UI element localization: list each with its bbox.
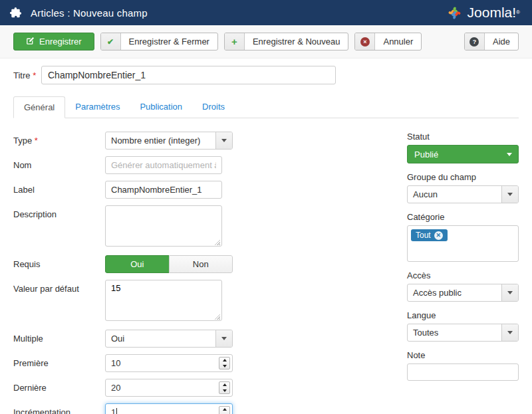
help-button[interactable]: ? Aide [464, 33, 519, 51]
app-header: Articles : Nouveau champ Joomla!® [0, 0, 532, 25]
caret-down-icon[interactable] [215, 132, 232, 149]
incrementation-number-input[interactable]: 1 [105, 403, 233, 414]
acces-select-value: Accès public [408, 284, 501, 301]
field-row-incrementation: Incrémentation 1 [13, 403, 233, 414]
cancel-label: Annuler [375, 33, 421, 50]
cancel-button[interactable]: × Annuler [354, 33, 422, 51]
categorie-multiselect[interactable]: Tout ✕ [407, 225, 519, 262]
field-row-premiere: Première 10 [13, 354, 233, 372]
form-right-column: Statut Publié Groupe du champ Aucun Caté… [407, 132, 519, 381]
caret-up-icon[interactable] [219, 407, 229, 413]
requis-toggle-oui[interactable]: Oui [105, 255, 169, 273]
statut-label: Statut [407, 132, 519, 142]
puzzle-piece-icon [9, 7, 22, 19]
note-label: Note [407, 350, 519, 360]
circle-x-icon[interactable]: ✕ [434, 231, 443, 240]
valeur-defaut-label: Valeur par défaut [13, 280, 105, 294]
field-row-label: Label [13, 181, 233, 199]
number-spinner[interactable] [219, 357, 230, 369]
categorie-label: Catégorie [407, 212, 519, 222]
multiple-label: Multiple [13, 330, 105, 344]
tab-publication[interactable]: Publication [130, 96, 192, 118]
required-asterisk: * [35, 136, 38, 146]
type-select[interactable]: Nombre entier (integer) [105, 132, 233, 150]
caret-up-icon[interactable] [219, 382, 229, 388]
caret-down-icon[interactable] [219, 363, 229, 369]
langue-label: Langue [407, 310, 519, 320]
caret-up-icon[interactable] [219, 358, 229, 363]
groupe-label: Groupe du champ [407, 172, 519, 182]
groupe-select-value: Aucun [408, 186, 501, 203]
title-input[interactable] [41, 66, 336, 84]
incrementation-value: 1 [111, 407, 116, 414]
plus-icon: + [225, 33, 245, 50]
premiere-value: 10 [111, 358, 120, 368]
save-button[interactable]: Enregistrer [13, 33, 94, 51]
toolbar: Enregistrer ✔ Enregistrer & Fermer + Enr… [0, 25, 532, 58]
caret-down-icon[interactable] [501, 324, 518, 341]
note-input[interactable] [407, 363, 519, 381]
logo-text: Joomla! [467, 5, 517, 21]
acces-label: Accès [407, 270, 519, 280]
derniere-number-input[interactable]: 20 [105, 379, 233, 397]
caret-down-icon [507, 153, 512, 156]
tab-bar: Général Paramètres Publication Droits [13, 96, 519, 118]
caret-down-icon[interactable] [501, 186, 518, 203]
label-input[interactable] [105, 181, 222, 199]
description-label: Description [13, 205, 105, 219]
multiple-select-value: Oui [106, 330, 215, 347]
field-row-nom: Nom [13, 156, 233, 174]
field-row-valeur-defaut: Valeur par défaut 15 [13, 280, 233, 323]
field-row-derniere: Dernière 20 [13, 379, 233, 397]
help-label: Aide [485, 33, 518, 50]
page-title: Articles : Nouveau champ [31, 7, 148, 19]
tab-droits[interactable]: Droits [192, 96, 235, 118]
description-textarea[interactable] [105, 205, 222, 247]
save-new-button[interactable]: + Enregistrer & Nouveau [224, 33, 349, 51]
required-asterisk: * [33, 70, 36, 80]
text-cursor [116, 408, 117, 414]
number-spinner[interactable] [219, 381, 230, 394]
tab-general[interactable]: Général [13, 96, 65, 118]
multiple-select[interactable]: Oui [105, 330, 233, 348]
caret-down-icon[interactable] [501, 284, 518, 301]
incrementation-label: Incrémentation [13, 403, 105, 414]
save-new-label: Enregistrer & Nouveau [245, 33, 348, 50]
pencil-square-icon [26, 37, 35, 47]
circle-x-icon: × [355, 33, 375, 50]
statut-select[interactable]: Publié [407, 145, 519, 163]
statut-select-value: Publié [408, 146, 507, 163]
groupe-select[interactable]: Aucun [407, 185, 519, 203]
joomla-logo: Joomla!® [446, 4, 520, 22]
nom-input[interactable] [105, 156, 222, 174]
main-content: Titre * Général Paramètres Publication D… [0, 58, 532, 414]
requis-toggle: Oui Non [105, 255, 233, 273]
caret-down-icon[interactable] [215, 330, 232, 347]
circle-question-icon: ? [465, 33, 485, 50]
title-field-row: Titre * [13, 66, 519, 84]
label-label: Label [13, 181, 105, 195]
caret-down-icon[interactable] [219, 388, 229, 394]
premiere-label: Première [13, 354, 105, 368]
save-close-button[interactable]: ✔ Enregistrer & Fermer [100, 33, 218, 51]
langue-select[interactable]: Toutes [407, 324, 519, 342]
derniere-value: 20 [111, 383, 120, 393]
logo-registered-mark: ® [516, 9, 520, 16]
premiere-number-input[interactable]: 10 [105, 354, 233, 372]
field-row-type: Type * Nombre entier (integer) [13, 132, 233, 150]
number-spinner[interactable] [219, 406, 230, 414]
type-select-value: Nombre entier (integer) [106, 132, 215, 149]
field-row-requis: Requis Oui Non [13, 255, 233, 273]
requis-toggle-non[interactable]: Non [169, 255, 233, 273]
acces-select[interactable]: Accès public [407, 284, 519, 302]
tab-parametres[interactable]: Paramètres [65, 96, 130, 118]
requis-label: Requis [13, 255, 105, 269]
nom-label: Nom [13, 156, 105, 170]
check-icon: ✔ [101, 33, 121, 50]
valeur-defaut-textarea[interactable]: 15 [105, 280, 222, 321]
field-row-multiple: Multiple Oui [13, 330, 233, 348]
save-close-label: Enregistrer & Fermer [121, 33, 217, 50]
langue-select-value: Toutes [408, 324, 501, 341]
categorie-chip: Tout ✕ [411, 229, 448, 241]
field-row-description: Description [13, 205, 233, 249]
